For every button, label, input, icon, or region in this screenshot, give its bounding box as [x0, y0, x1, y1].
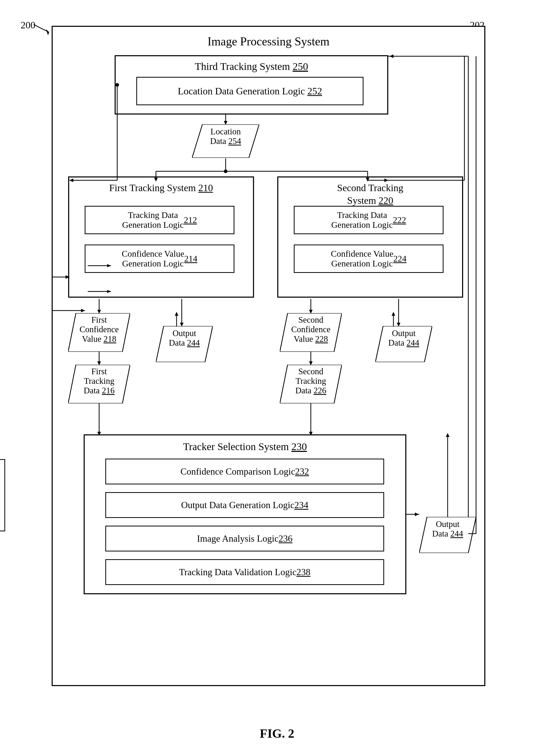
- main-box: Image Processing System Third Tracking S…: [52, 26, 485, 686]
- seq-arrow: [88, 263, 114, 268]
- tracking-data-gen-222: Tracking DataGeneration Logic 222: [294, 206, 444, 234]
- svg-marker-10: [419, 517, 476, 553]
- svg-marker-63: [107, 264, 111, 267]
- second-conf-value-shape: [280, 313, 342, 352]
- second-tracking-data-shape: [280, 365, 342, 403]
- svg-marker-1: [46, 29, 49, 35]
- third-tracking-title: Third Tracking System 250: [116, 60, 387, 72]
- output-data-right-shape: [375, 326, 432, 362]
- tracking-data-val-238: Tracking Data Validation Logic 238: [105, 559, 384, 585]
- svg-marker-6: [280, 313, 342, 352]
- svg-marker-9: [375, 326, 432, 362]
- tracker-selection-box: Tracker Selection System 230 Confidence …: [84, 434, 406, 594]
- output-data-gen-234: Output Data Generation Logic 234: [105, 492, 384, 518]
- svg-marker-50: [390, 54, 393, 58]
- tracking-data-gen-212: Tracking DataGeneration Logic 212: [85, 206, 234, 234]
- svg-marker-8: [156, 326, 213, 362]
- svg-marker-47: [392, 312, 395, 316]
- second-tracking-box: Second TrackingSystem 220 Tracking DataG…: [277, 176, 463, 298]
- confidence-val-gen-214: Confidence ValueGeneration Logic 214: [85, 245, 234, 273]
- svg-marker-4: [68, 313, 130, 352]
- third-tracking-box: Third Tracking System 250 Location Data …: [115, 55, 388, 115]
- svg-marker-26: [81, 309, 85, 312]
- confidence-val-gen-224: Confidence ValueGeneration Logic 224: [294, 245, 444, 273]
- tracker-selection-title: Tracker Selection System 230: [85, 441, 405, 453]
- first-tracking-data-shape: [68, 365, 130, 403]
- svg-marker-65: [107, 290, 111, 293]
- ref-200-label: 200: [21, 19, 35, 31]
- output-data-far-right-shape: [419, 517, 476, 553]
- svg-marker-3: [192, 124, 259, 158]
- svg-marker-43: [175, 312, 178, 316]
- first-tracking-title: First Tracking System 210: [69, 182, 253, 194]
- svg-marker-56: [415, 512, 419, 516]
- ref-200-arrow: [34, 22, 54, 35]
- first-conf-value-shape: [68, 313, 130, 352]
- fig-caption: FIG. 2: [0, 726, 554, 741]
- svg-point-16: [224, 170, 227, 173]
- seq-arrow2: [88, 289, 114, 294]
- sequence-images-box: Sequenceof Images206: [0, 459, 5, 531]
- confidence-comparison-232: Confidence Comparison Logic 232: [105, 459, 384, 485]
- second-tracking-title: Second TrackingSystem 220: [278, 182, 462, 207]
- first-tracking-box: First Tracking System 210 Tracking DataG…: [68, 176, 254, 298]
- svg-marker-7: [280, 365, 342, 403]
- svg-marker-5: [68, 365, 130, 403]
- svg-marker-58: [446, 433, 449, 437]
- image-analysis-236: Image Analysis Logic 236: [105, 526, 384, 552]
- location-data-gen-box: Location Data Generation Logic 252: [136, 77, 364, 105]
- location-data-shape: [192, 124, 259, 158]
- main-title: Image Processing System: [53, 35, 484, 48]
- output-data-left-shape: [156, 326, 213, 362]
